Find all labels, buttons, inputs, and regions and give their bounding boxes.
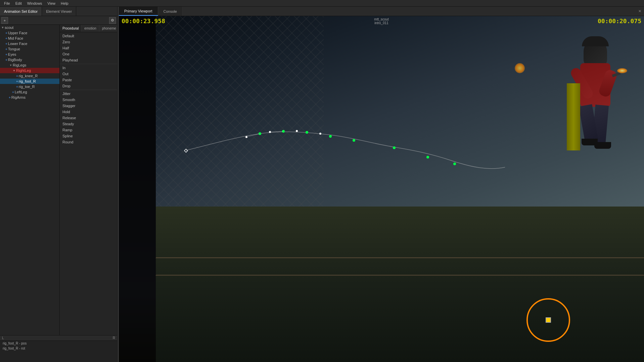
proc-item-in[interactable]: In — [60, 65, 117, 71]
plus-icon: + — [9, 96, 11, 99]
rail-track-2 — [155, 275, 644, 276]
plus-icon: + — [5, 31, 7, 35]
settings-button[interactable]: ⚙ — [109, 17, 116, 24]
tab-animation-set-editor[interactable]: Animation Set Editor — [0, 7, 42, 16]
plus-icon: + — [5, 47, 7, 51]
proc-item-release[interactable]: Release — [60, 115, 117, 121]
muzzle-sparks — [515, 63, 525, 73]
menu-windows[interactable]: Windows — [25, 1, 45, 5]
menu-edit[interactable]: Edit — [13, 1, 25, 5]
expand-icon-rightleg: ▼ — [12, 69, 16, 73]
proc-item-jitter[interactable]: Jitter — [60, 91, 117, 97]
expand-icon-riglegs: ▼ — [9, 63, 13, 67]
plus-icon: + — [16, 80, 18, 83]
proc-item-steady[interactable]: Steady — [60, 121, 117, 127]
left-toolbar: + ⚙ — [0, 16, 117, 25]
plus-icon: + — [5, 58, 7, 62]
plus-icon: + — [5, 53, 7, 56]
viewport-header: 00:00:23.958 mtt_scout intro_011 00:00:2… — [119, 16, 644, 26]
scene-dark-left — [119, 16, 156, 362]
tree-item-rig-toe-r[interactable]: + rig_toe_R — [0, 84, 59, 89]
channel-item-rot[interactable]: rig_foot_R - rot — [0, 346, 117, 351]
left-panel: Animation Set Editor Element Viewer + ⚙ … — [0, 7, 118, 362]
proc-item-zero[interactable]: Zero — [60, 39, 117, 45]
plus-icon: + — [16, 85, 18, 89]
tree-item-lower-face[interactable]: + Lower Face — [0, 41, 59, 46]
menu-view[interactable]: View — [45, 1, 58, 5]
tree-item-rigarms[interactable]: + RigArms — [0, 95, 59, 100]
scene-view[interactable] — [119, 16, 644, 362]
yellow-bone-handle[interactable] — [546, 317, 551, 323]
proc-item-default[interactable]: Default — [60, 33, 117, 39]
expand-icon-scout: ▼ — [1, 26, 5, 30]
proc-tab-phoneme[interactable]: phoneme — [99, 25, 117, 32]
channel-item-pos[interactable]: rig_foot_R - pos — [0, 341, 117, 346]
plus-icon: + — [5, 42, 7, 46]
scene-label: mtt_scout intro_011 — [374, 17, 388, 25]
proc-item-stagger[interactable]: Stagger — [60, 103, 117, 109]
plus-icon: + — [16, 74, 18, 78]
channel-right-label: R — [113, 336, 115, 340]
add-button[interactable]: + — [1, 17, 8, 24]
timecode-left: 00:00:23.958 — [122, 17, 165, 25]
top-tabs: Primary Viewport Console ✕ — [119, 7, 644, 16]
left-bottom-channels: L R rig_foot_R - pos rig_foot_R - rot — [0, 335, 117, 362]
proc-item-one[interactable]: One — [60, 51, 117, 57]
tree-item-scout[interactable]: ▼ scout — [0, 25, 59, 30]
tab-primary-viewport[interactable]: Primary Viewport — [119, 7, 158, 16]
menu-bar: File Edit Windows View Help — [0, 0, 644, 7]
timecode-right: 00:00:20.075 — [598, 17, 641, 25]
proc-item-smooth[interactable]: Smooth — [60, 97, 117, 103]
left-content: ▼ scout + Upper Face + Mid Face + Lower … — [0, 25, 117, 335]
tree-item-leftleg[interactable]: + LeftLeg — [0, 89, 59, 95]
proc-item-paste[interactable]: Paste — [60, 77, 117, 83]
proc-tab-emotion[interactable]: emotion — [82, 25, 99, 32]
proc-tab-procedural[interactable]: Procedural — [60, 25, 82, 32]
proc-item-hold[interactable]: Hold — [60, 109, 117, 115]
character-figure — [547, 30, 620, 177]
right-panel: Primary Viewport Console ✕ 00:00:23.958 … — [119, 7, 644, 362]
menu-file[interactable]: File — [1, 1, 13, 5]
viewport: 00:00:23.958 mtt_scout intro_011 00:00:2… — [119, 16, 644, 362]
ground-plane — [156, 207, 644, 362]
proc-list: Default Zero Half One Playhead In Out Pa… — [60, 32, 117, 146]
tree-item-rig-knee-r[interactable]: + rig_knee_R — [0, 73, 59, 79]
tree-item-upper-face[interactable]: + Upper Face — [0, 30, 59, 36]
tree-item-rightleg[interactable]: ▼ RightLeg — [0, 68, 59, 73]
close-tab-button[interactable]: ✕ — [636, 7, 644, 16]
proc-item-ramp[interactable]: Ramp — [60, 127, 117, 133]
left-panel-tabs: Animation Set Editor Element Viewer — [0, 7, 117, 16]
rail-track-1 — [155, 257, 644, 258]
proc-item-round[interactable]: Round — [60, 139, 117, 145]
proc-tabs: Procedural emotion phoneme viseme — [60, 25, 117, 32]
tab-element-viewer[interactable]: Element Viewer — [42, 7, 76, 16]
channel-header: L R — [0, 335, 117, 341]
proc-item-drop[interactable]: Drop — [60, 83, 117, 89]
menu-help[interactable]: Help — [58, 1, 71, 5]
tab-console[interactable]: Console — [158, 7, 183, 16]
tree-item-tongue[interactable]: + Tongue — [0, 46, 59, 52]
procedural-panel: Procedural emotion phoneme viseme Defaul… — [60, 25, 117, 335]
yellow-container — [567, 83, 580, 150]
orange-circle-highlight — [526, 298, 570, 342]
tree-item-mid-face[interactable]: + Mid Face — [0, 36, 59, 41]
proc-item-spline[interactable]: Spline — [60, 133, 117, 139]
tree-item-rig-foot-r[interactable]: + rig_foot_R — [0, 79, 59, 84]
main-layout: Animation Set Editor Element Viewer + ⚙ … — [0, 7, 644, 362]
plus-icon: + — [12, 90, 14, 94]
proc-item-playhead[interactable]: Playhead — [60, 57, 117, 63]
tree-item-rigbody[interactable]: + RigBody — [0, 57, 59, 62]
tree-panel: ▼ scout + Upper Face + Mid Face + Lower … — [0, 25, 60, 335]
tree-item-eyes[interactable]: + Eyes — [0, 52, 59, 57]
proc-item-half[interactable]: Half — [60, 45, 117, 51]
proc-item-out[interactable]: Out — [60, 71, 117, 77]
tree-item-riglegs[interactable]: ▼ RigLegs — [0, 62, 59, 68]
plus-icon: + — [5, 37, 7, 40]
